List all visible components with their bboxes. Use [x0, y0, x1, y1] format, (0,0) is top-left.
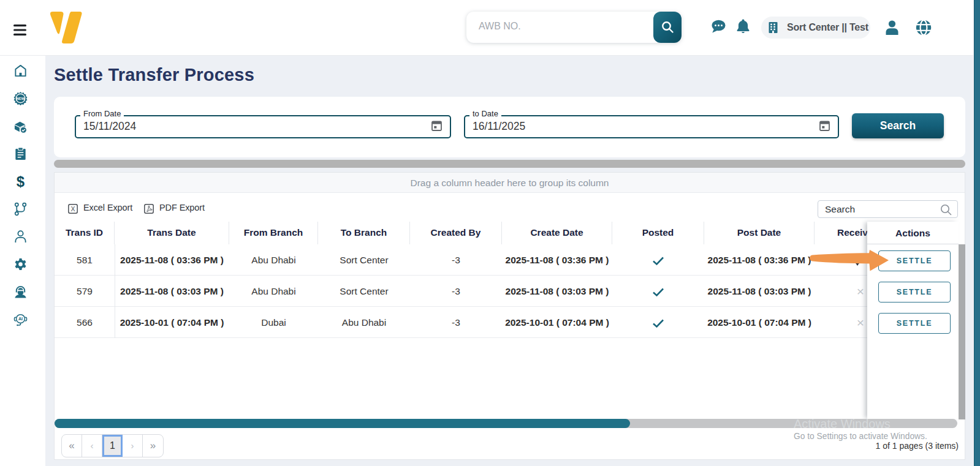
svg-text:NEW: NEW — [17, 97, 25, 100]
svg-text:X: X — [70, 205, 75, 212]
svg-text:$: $ — [17, 175, 25, 189]
svg-text:AI: AI — [18, 317, 23, 321]
